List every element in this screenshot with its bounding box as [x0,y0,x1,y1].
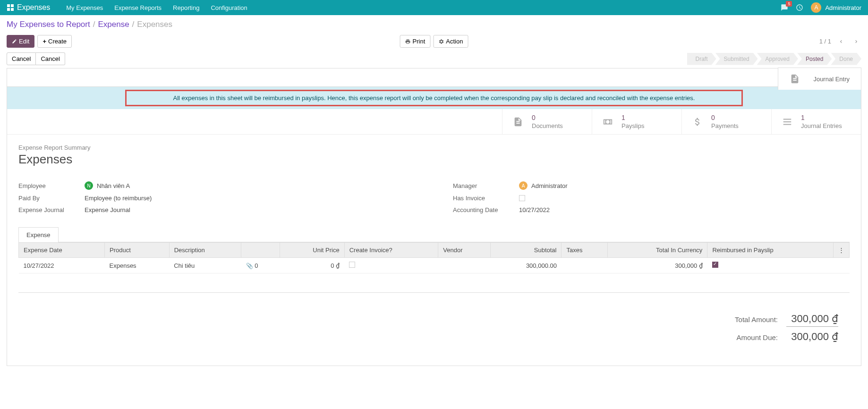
total-amount-value: 300,000 ₫ [786,313,838,327]
app-name: Expenses [17,3,50,12]
print-button[interactable]: Print [400,35,431,48]
th-attachments [241,243,280,258]
user-name: Administrator [825,4,861,11]
th-taxes[interactable]: Taxes [562,243,607,258]
svg-rect-0 [7,4,10,7]
nav-configuration[interactable]: Configuration [211,4,247,11]
total-amount-label: Total Amount: [735,315,778,324]
action-button[interactable]: Action [433,35,468,48]
status-draft: Draft [687,53,716,65]
label-manager: Manager [453,182,519,189]
value-paid-by: Employee (to reimburse) [85,195,152,202]
status-posted: Posted [797,53,832,65]
summary-label: Expense Report Summary [18,144,850,151]
activities-icon[interactable] [796,4,803,11]
label-has-invoice: Has Invoice [453,195,519,202]
checkbox-has-invoice [519,195,525,201]
value-journal: Expense Journal [85,206,130,213]
label-employee: Employee [18,182,85,189]
navbar: Expenses My Expenses Expense Reports Rep… [0,0,868,15]
tab-expense[interactable]: Expense [18,227,59,242]
th-options[interactable]: ⋮ [834,243,850,258]
edit-button[interactable]: Edit [7,35,34,48]
pager-prev[interactable] [836,36,846,47]
value-employee: Nhân viên A [97,182,130,189]
label-paid-by: Paid By [18,195,85,202]
journal-entry-button[interactable]: Journal Entry [778,68,861,90]
cancel-button-1[interactable]: Cancel [7,52,36,65]
cancel-button-2[interactable]: Cancel [36,52,65,65]
amount-due-value: 300,000 ₫ [786,331,838,343]
status-submitted: Submitted [715,53,758,65]
nav-reporting[interactable]: Reporting [173,4,199,11]
th-product[interactable]: Product [105,243,170,258]
pager-next[interactable] [851,36,861,47]
th-date[interactable]: Expense Date [19,243,105,258]
create-button[interactable]: + Create [37,35,72,48]
dollar-icon [692,117,703,127]
table-row[interactable]: 10/27/2022 Expenses Chi tiêu 📎 0 0 ₫ 300… [19,258,850,273]
money-icon [603,117,613,127]
alert-banner: All expenses in this sheet will be reimb… [7,86,861,109]
label-acct-date: Accounting Date [453,206,519,213]
document-icon [513,117,523,127]
breadcrumb: My Expenses to Report / Expense / Expens… [7,20,861,29]
breadcrumb-link-1[interactable]: My Expenses to Report [7,20,90,29]
file-icon [790,74,800,84]
row-checkbox-reimbursed [712,262,718,268]
stat-documents[interactable]: 0Documents [502,109,592,134]
nav-my-expenses[interactable]: My Expenses [66,4,103,11]
expense-table: Expense Date Product Description Unit Pr… [18,242,850,273]
th-description[interactable]: Description [169,243,241,258]
value-acct-date: 10/27/2022 [519,206,550,213]
stat-payslips[interactable]: 1Payslips [592,109,681,134]
svg-rect-2 [7,8,10,11]
user-menu[interactable]: A Administrator [811,2,861,13]
nav-expense-reports[interactable]: Expense Reports [114,4,162,11]
notif-badge: 5 [786,1,792,7]
svg-rect-1 [11,4,14,7]
stat-payments[interactable]: 0Payments [681,109,771,134]
breadcrumb-link-2[interactable]: Expense [98,20,129,29]
value-manager: Administrator [531,182,568,189]
status-done: Done [831,53,861,65]
pager-text: 1 / 1 [819,38,831,45]
status-bar: Draft Submitted Approved Posted Done [688,53,861,65]
th-reimbursed[interactable]: Reimbursed in Payslip [707,243,834,258]
list-icon [782,117,792,127]
th-create-invoice[interactable]: Create Invoice? [344,243,438,258]
amount-due-label: Amount Due: [736,333,778,341]
breadcrumb-current: Expenses [137,20,172,29]
page-title: Expenses [18,152,850,167]
paperclip-icon: 📎 [246,263,253,269]
employee-avatar: N [85,181,93,190]
manager-avatar: A [519,181,528,190]
th-unit-price[interactable]: Unit Price [280,243,344,258]
svg-rect-3 [11,8,14,11]
label-journal: Expense Journal [18,206,85,213]
status-approved: Approved [757,53,798,65]
th-subtotal[interactable]: Subtotal [490,243,562,258]
user-avatar: A [811,2,821,13]
apps-menu[interactable]: Expenses [7,3,50,12]
stat-journal-entries[interactable]: 1Journal Entries [771,109,861,134]
conversations-icon[interactable]: 5 [781,4,788,11]
row-checkbox-invoice [349,262,355,268]
th-total-currency[interactable]: Total In Currency [607,243,707,258]
th-vendor[interactable]: Vendor [438,243,490,258]
